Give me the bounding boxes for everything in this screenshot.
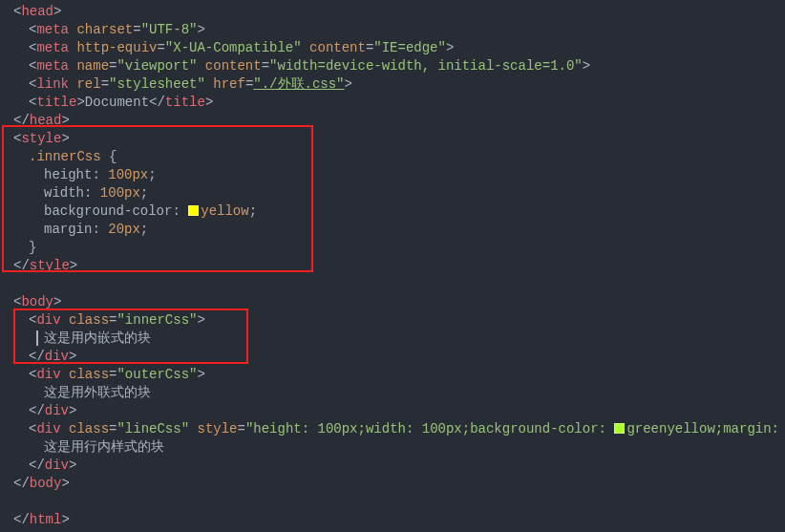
code-line[interactable]: height: 100px;: [13, 166, 785, 184]
code-line[interactable]: <div class="innerCss">: [13, 311, 785, 330]
code-line[interactable]: </div>: [13, 402, 785, 420]
blank-line: [13, 493, 785, 511]
code-line[interactable]: <link rel="stylesheet" href="./外联.css">: [13, 75, 785, 94]
code-line[interactable]: <meta http-equiv="X-UA-Compatible" conte…: [13, 39, 785, 57]
color-swatch-greenyellow: [614, 423, 625, 434]
code-line[interactable]: </div>: [13, 457, 785, 475]
code-line[interactable]: <div class="lineCss" style="height: 100p…: [13, 420, 785, 438]
blank-line: [13, 275, 785, 293]
code-line[interactable]: }: [13, 239, 785, 257]
code-line[interactable]: <style>: [13, 130, 785, 148]
code-line[interactable]: <title>Document</title>: [13, 94, 785, 112]
code-line[interactable]: <body>: [13, 293, 785, 311]
code-line[interactable]: </head>: [13, 112, 785, 130]
code-line[interactable]: </style>: [13, 257, 785, 275]
code-line[interactable]: margin: 20px;: [13, 221, 785, 239]
code-line[interactable]: 这是用外联式的块: [13, 384, 785, 402]
code-line[interactable]: 这是用内嵌式的块: [13, 330, 785, 348]
code-line[interactable]: .innerCss {: [13, 148, 785, 166]
code-line[interactable]: background-color: yellow;: [13, 202, 785, 221]
code-line[interactable]: width: 100px;: [13, 184, 785, 202]
color-swatch-yellow: [188, 205, 199, 216]
code-line[interactable]: <head>: [13, 3, 785, 21]
code-line[interactable]: <meta charset="UTF-8">: [13, 21, 785, 39]
code-line[interactable]: <meta name="viewport" content="width=dev…: [13, 57, 785, 75]
code-line[interactable]: </html>: [13, 511, 785, 529]
code-editor-view[interactable]: <head> <meta charset="UTF-8"> <meta http…: [0, 3, 785, 529]
code-line[interactable]: </body>: [13, 475, 785, 493]
code-line[interactable]: <div class="outerCss">: [13, 366, 785, 384]
code-line[interactable]: 这是用行内样式的块: [13, 438, 785, 457]
code-line[interactable]: </div>: [13, 348, 785, 366]
